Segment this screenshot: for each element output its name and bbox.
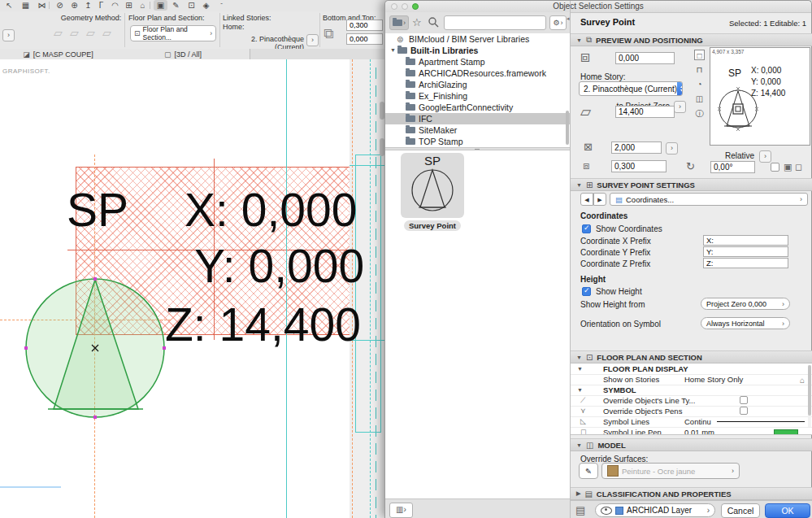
elevation-anchor-chevron[interactable]: › bbox=[674, 101, 686, 113]
preview-3d-icon[interactable]: ◔ bbox=[694, 79, 705, 89]
stretch-tool-icon[interactable]: ⋈ bbox=[35, 0, 49, 11]
table-row-floor-plan-display[interactable]: ▼ FLOOR PLAN DISPLAY bbox=[571, 363, 812, 375]
disclosure-triangle-icon[interactable]: ▼ bbox=[390, 45, 396, 56]
folder-icon bbox=[406, 70, 415, 76]
tree-item-archicadresources[interactable]: ARCHICADResources.framework bbox=[385, 67, 570, 79]
surface-override-select[interactable]: Peinture - Ocre jaune › bbox=[601, 463, 740, 479]
layer-select[interactable]: ARCHICAD Layer › bbox=[595, 503, 715, 517]
model-section-icon: ◫ bbox=[586, 441, 593, 450]
morph-tool-icon[interactable]: ◈ bbox=[199, 0, 213, 11]
home-view-icon[interactable]: ⌂ bbox=[136, 0, 150, 11]
rotation-angle-field[interactable] bbox=[710, 161, 755, 173]
bottom-offset-field[interactable] bbox=[346, 33, 383, 45]
tree-item-apartment-stamp[interactable]: Apartment Stamp bbox=[385, 56, 570, 67]
coordinate-x-prefix-field[interactable] bbox=[703, 235, 788, 246]
tree-item-ex-finishing[interactable]: Ex_Finishing bbox=[385, 90, 570, 102]
survey-point-symbol[interactable] bbox=[24, 276, 168, 423]
preview-front-view-icon[interactable]: ⊓ bbox=[694, 64, 705, 75]
tree-item-built-in-libraries[interactable]: ▼ Built-in Libraries bbox=[385, 45, 570, 56]
elevation-field[interactable] bbox=[615, 106, 675, 118]
tab-section-view[interactable]: ◪ [C MASP COUPE] bbox=[0, 49, 117, 59]
object-width-field[interactable] bbox=[611, 141, 662, 154]
preview-dimensions-icon[interactable]: ◫ bbox=[694, 94, 705, 104]
coordinate-z-prefix-field[interactable] bbox=[703, 258, 788, 268]
survey-point-thumbnail[interactable]: SP bbox=[401, 153, 464, 218]
mirror-checkbox[interactable] bbox=[771, 163, 779, 172]
settings-gear-button[interactable]: ⚙› bbox=[549, 15, 567, 30]
floor-plan-section-button[interactable]: ⊡ Floor Plan and Section... › bbox=[130, 25, 216, 41]
parameter-page-select[interactable]: ▤ Coordinates... › bbox=[610, 193, 808, 206]
tab-3d-view[interactable]: ▢ [3D / All] bbox=[116, 49, 250, 59]
table-row-symbol-group[interactable]: ▼ SYMBOL bbox=[571, 385, 812, 396]
table-row-symbol-lines[interactable]: ◺ Symbol Lines Continu bbox=[571, 416, 812, 428]
relative-chevron-button[interactable]: › bbox=[759, 150, 771, 163]
flip-state-icon: ▣ bbox=[784, 162, 792, 172]
section-model[interactable]: ▼ ◫ MODEL bbox=[571, 438, 812, 451]
corner-tool-icon[interactable]: Γ bbox=[94, 0, 108, 11]
toolbar-more-icon[interactable]: ˇ bbox=[215, 0, 228, 11]
library-search-input[interactable] bbox=[444, 15, 546, 30]
elevation-tool-icon[interactable]: ↥ bbox=[81, 0, 95, 11]
previous-page-button[interactable]: ◀ bbox=[580, 193, 593, 206]
detail-tool-icon[interactable]: ⊞ bbox=[122, 0, 136, 11]
pick-up-parameters-icon[interactable]: ⊕ bbox=[67, 0, 81, 11]
home-story-chevron-button[interactable]: › bbox=[306, 34, 319, 46]
geometry-method-icon[interactable]: ▱ bbox=[86, 26, 95, 39]
tree-scrollbar-thumb[interactable] bbox=[566, 111, 569, 145]
next-page-button[interactable]: ▶ bbox=[593, 193, 606, 206]
home-story-select[interactable]: 2. Pinacothèque (Current) bbox=[579, 81, 683, 96]
preview-info-icon[interactable]: ⓘ bbox=[694, 108, 705, 119]
override-pens-checkbox[interactable] bbox=[740, 407, 748, 415]
coordinate-y-prefix-field[interactable] bbox=[703, 246, 788, 257]
ok-button[interactable]: OK bbox=[765, 503, 810, 518]
folder-view-button[interactable]: › bbox=[389, 15, 409, 30]
table-row-override-pens[interactable]: ⋎ Override Object's Pens bbox=[571, 406, 812, 417]
offset-to-home-story-field[interactable] bbox=[615, 52, 675, 64]
pen-color-chip[interactable] bbox=[774, 429, 798, 435]
line-type-preview bbox=[717, 421, 805, 422]
tree-item-bimcloud[interactable]: ⊜ BIMcloud / BIM Server Libraries bbox=[385, 33, 570, 45]
orientation-select[interactable]: Always Horizontal › bbox=[701, 317, 790, 329]
show-height-from-select[interactable]: Project Zero 0,000 › bbox=[701, 298, 790, 310]
show-height-checkbox[interactable] bbox=[582, 287, 591, 296]
section-survey-point-settings[interactable]: ▼ ⊞ SURVEY POINT SETTINGS bbox=[571, 178, 812, 191]
search-icon[interactable] bbox=[428, 17, 439, 28]
grid-tool-icon[interactable]: ▦ bbox=[19, 0, 33, 11]
marquee-tool-icon[interactable]: ▣ bbox=[154, 0, 167, 11]
collapse-pane-icon[interactable]: ◂ bbox=[567, 15, 570, 22]
size-chevron-button[interactable]: › bbox=[666, 142, 678, 155]
table-row-show-on-stories[interactable]: Show on Stories Home Story Only ⌂ bbox=[571, 374, 812, 385]
pencil-tool-icon[interactable]: ✎ bbox=[169, 0, 183, 11]
pointer-tool-icon[interactable]: ↖ bbox=[2, 0, 16, 11]
copy-settings-icon[interactable]: ⊡ bbox=[185, 0, 198, 11]
fillet-tool-icon[interactable]: ◠ bbox=[108, 0, 122, 11]
favorites-palette-button[interactable]: ▥› bbox=[389, 503, 413, 518]
cancel-button[interactable]: Cancel bbox=[721, 503, 760, 518]
table-row-override-linetype[interactable]: ⟋ Override Object's Line Ty... bbox=[571, 395, 812, 407]
tree-item-googleearth[interactable]: GoogleEarthConnectivity bbox=[385, 102, 570, 113]
section-classification-properties[interactable]: ▶ ▤ CLASSIFICATION AND PROPERTIES bbox=[571, 487, 812, 500]
split-tool-icon[interactable]: ⊘ bbox=[53, 0, 67, 11]
tree-item-sitemaker[interactable]: SiteMaker bbox=[385, 124, 570, 136]
tree-item-top-stamp[interactable]: TOP Stamp bbox=[385, 136, 570, 147]
object-height-field[interactable] bbox=[611, 160, 667, 172]
show-coordinates-checkbox[interactable] bbox=[582, 224, 591, 233]
table-scrollbar[interactable] bbox=[808, 365, 811, 427]
geometry-method-icon[interactable]: ▱ bbox=[102, 26, 111, 39]
tree-item-ifc[interactable]: IFC bbox=[385, 113, 570, 124]
preview-x-text: X: 0,000 bbox=[751, 66, 781, 75]
geometry-method-icon[interactable]: ▱ bbox=[70, 26, 79, 39]
preview-2d-symbol-icon[interactable]: □ bbox=[694, 50, 705, 60]
top-offset-field[interactable] bbox=[346, 20, 383, 31]
floor-plan-settings-table: ▼ FLOOR PLAN DISPLAY Show on Stories Hom… bbox=[571, 363, 812, 435]
section-floor-plan-and-section[interactable]: ▼ ⊡ FLOOR PLAN AND SECTION bbox=[571, 350, 812, 363]
override-linetype-checkbox[interactable] bbox=[740, 396, 748, 404]
favorites-star-icon[interactable]: ☆ bbox=[412, 16, 422, 28]
paint-brush-button[interactable]: ✎ bbox=[579, 463, 598, 479]
tree-item-archiglazing[interactable]: ArchiGlazing bbox=[385, 79, 570, 90]
section-preview-positioning[interactable]: ▼ ⧉ PREVIEW AND POSITIONING bbox=[571, 33, 812, 46]
layers-icon[interactable]: ▤ bbox=[575, 504, 585, 516]
geometry-method-icon[interactable]: ▱ bbox=[54, 26, 63, 39]
table-row-symbol-line-pen[interactable]: ◻ Symbol Line Pen 0.01 mm bbox=[571, 427, 812, 435]
infobox-expander-button[interactable]: › bbox=[2, 29, 15, 41]
